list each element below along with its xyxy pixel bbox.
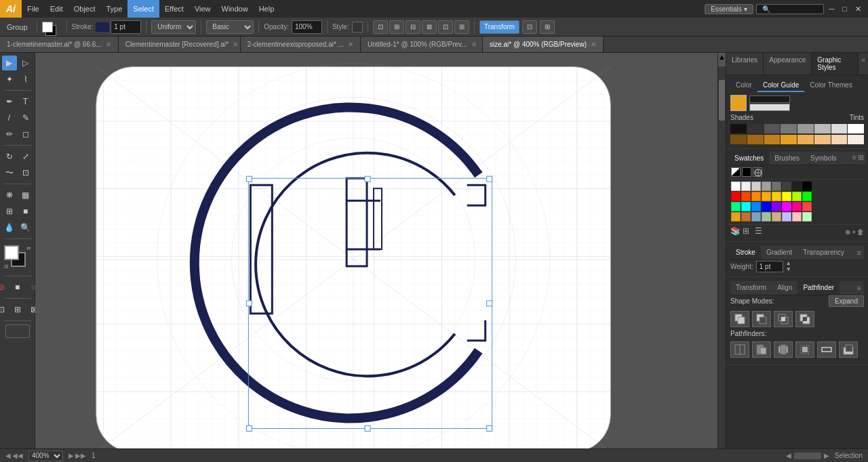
crop-btn[interactable]	[795, 341, 814, 358]
expand-button[interactable]: Expand	[829, 295, 864, 307]
color-tab-guide[interactable]: Color Guide	[757, 79, 804, 92]
panel-collapse[interactable]: «	[859, 53, 868, 75]
sw-light-red[interactable]	[802, 202, 812, 211]
zoom-tool[interactable]: 🔍	[18, 220, 33, 235]
scroll-right-btn[interactable]: ▶	[824, 452, 829, 459]
scroll-left-btn[interactable]: ◀	[786, 452, 791, 459]
sw-orange[interactable]	[751, 192, 761, 201]
sw-pink[interactable]	[792, 202, 802, 211]
align-btn6[interactable]: ⊞	[454, 20, 469, 34]
reg-swatch[interactable]	[742, 167, 751, 177]
isolate-btn[interactable]: ⊡	[522, 20, 537, 34]
tint-2[interactable]	[764, 135, 781, 144]
appearance-tab[interactable]: Appearance	[764, 53, 812, 75]
sw-tan[interactable]	[772, 212, 781, 222]
shade-2[interactable]	[764, 124, 781, 133]
tab-close-0[interactable]: ✕	[106, 41, 111, 48]
sw-darkgray[interactable]	[792, 182, 802, 191]
essentials-dropdown[interactable]: Essentials ▾	[705, 4, 753, 14]
free-transform-tool[interactable]: ⊡	[18, 165, 33, 180]
close-btn[interactable]: ✕	[852, 5, 864, 14]
tab-0[interactable]: 1-clemetinemaster.ai* @ 66.6... ✕	[0, 37, 119, 53]
align-btn3[interactable]: ⊟	[406, 20, 420, 34]
scrollbar-vertical[interactable]: ▲ ▼	[717, 53, 726, 462]
sw-amber[interactable]	[762, 192, 771, 201]
sw-yellow-orange[interactable]	[772, 192, 781, 201]
lasso-tool[interactable]: ⌇	[18, 72, 33, 87]
menu-effect[interactable]: Effect	[159, 0, 189, 18]
unite-btn[interactable]	[730, 311, 749, 327]
graph-tool[interactable]: ▦	[18, 188, 33, 203]
align-tab[interactable]: Align	[772, 281, 797, 295]
menu-view[interactable]: View	[189, 0, 216, 18]
paintbrush-tool[interactable]: ✎	[18, 110, 33, 125]
brushes-tab[interactable]: Brushes	[769, 152, 805, 165]
tab-1[interactable]: Clementinemaster [Recovered].ai* ✕	[119, 37, 241, 53]
stroke-width-input[interactable]	[111, 20, 141, 34]
sw-blue[interactable]	[762, 202, 771, 211]
outline-btn[interactable]	[817, 341, 836, 358]
swatch-groups-icon[interactable]: ☰	[755, 226, 766, 237]
pen-tool[interactable]: ✒	[2, 94, 17, 109]
menu-window[interactable]: Window	[216, 0, 254, 18]
merge-btn[interactable]	[774, 341, 793, 358]
mesh-tool[interactable]: ⊞	[2, 204, 17, 219]
sw-lightgray[interactable]	[741, 182, 751, 191]
sw-red-orange[interactable]	[741, 192, 751, 201]
scroll-thumb-v[interactable]	[719, 80, 725, 121]
divide-btn[interactable]	[730, 341, 749, 358]
sw-sky-blue[interactable]	[751, 202, 761, 211]
color-tab-themes[interactable]: Color Themes	[804, 79, 858, 92]
weight-up[interactable]: ▲	[786, 260, 791, 266]
h-scrollbar[interactable]	[794, 453, 821, 459]
swatches-tab[interactable]: Swatches	[729, 152, 769, 165]
opacity-input[interactable]	[292, 20, 322, 34]
transparency-tab[interactable]: Transparency	[797, 246, 850, 259]
color-tab-color[interactable]: Color	[730, 79, 757, 92]
tint-3[interactable]	[781, 135, 797, 144]
normal-view[interactable]: ⊡	[0, 302, 9, 317]
minus-back-btn[interactable]	[839, 341, 858, 358]
tint-6[interactable]	[831, 135, 848, 144]
pathfinder-menu[interactable]: ≡	[854, 281, 864, 295]
tint-5[interactable]	[814, 135, 831, 144]
next-page[interactable]: ▶	[68, 452, 74, 459]
sw-purple[interactable]	[772, 202, 781, 211]
tab-4[interactable]: size.ai* @ 400% (RGB/Preview) ✕	[483, 37, 604, 53]
symbol-tool[interactable]: ❋	[2, 188, 17, 203]
sw-mint[interactable]	[802, 212, 812, 222]
sw-teal-green[interactable]	[731, 202, 741, 211]
light-swatch[interactable]	[749, 104, 790, 111]
sw-green[interactable]	[802, 192, 812, 201]
no-fill[interactable]: ⊘	[0, 280, 9, 295]
direct-selection-tool[interactable]: ▷	[18, 56, 33, 70]
menu-object[interactable]: Object	[68, 0, 101, 18]
recolor-btn[interactable]: ⊞	[540, 20, 555, 34]
tab-2[interactable]: 2-clementineexisproposed.ai* ... ✕	[241, 37, 361, 53]
sw-gray3[interactable]	[772, 182, 781, 191]
sw-steel-blue[interactable]	[751, 212, 761, 222]
align-btn4[interactable]: ⊠	[422, 20, 437, 34]
sw-lavender[interactable]	[782, 212, 791, 222]
prev-page[interactable]: ◀	[5, 452, 11, 459]
shade-6[interactable]	[831, 124, 848, 133]
weight-stepper[interactable]: ▲ ▼	[786, 260, 791, 272]
canvas-area[interactable]: ▲ ▼ ◀ ▶	[35, 53, 726, 462]
eyedropper-tool[interactable]: 💧	[2, 220, 17, 235]
pathfinder-tab[interactable]: Pathfinder	[797, 281, 840, 295]
stroke-color-box[interactable]	[96, 22, 109, 32]
sw-magenta[interactable]	[782, 202, 791, 211]
style-swatch[interactable]	[352, 22, 363, 33]
basic-dropdown[interactable]: Basic	[206, 20, 254, 34]
menu-edit[interactable]: Edit	[45, 0, 68, 18]
fill-swatch[interactable]	[42, 22, 53, 33]
symbols-tab[interactable]: Symbols	[805, 152, 842, 165]
uniform-dropdown[interactable]: Uniform	[151, 20, 196, 34]
transform-tab[interactable]: Transform	[730, 281, 772, 295]
sw-gray1[interactable]	[751, 182, 761, 191]
new-swatch-group[interactable]: ⊕	[845, 228, 850, 236]
stroke-panel-menu[interactable]: ≡	[854, 246, 864, 259]
black-swatch[interactable]	[749, 96, 790, 103]
sw-white[interactable]	[731, 182, 741, 191]
menu-help[interactable]: Help	[254, 0, 280, 18]
